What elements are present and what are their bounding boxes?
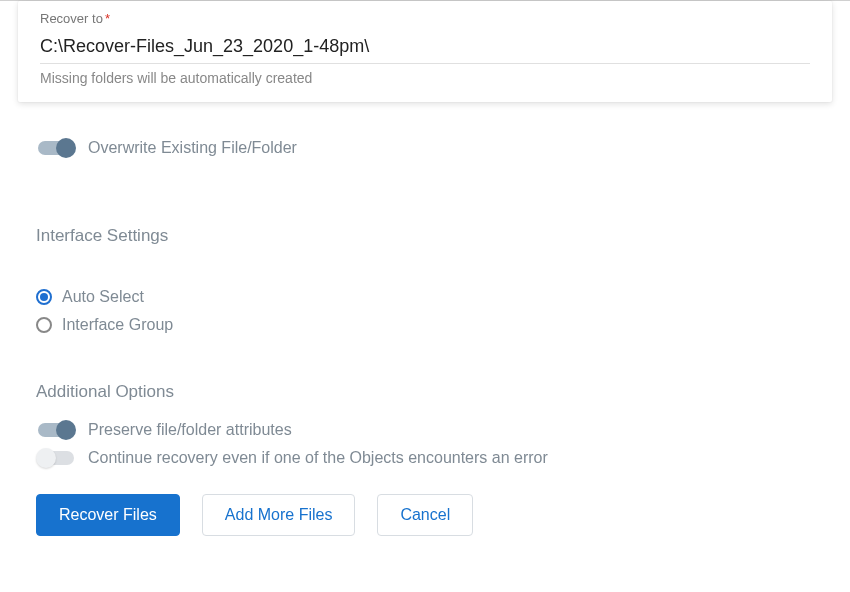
additional-options-title: Additional Options [36, 382, 814, 402]
continue-on-error-label: Continue recovery even if one of the Obj… [88, 449, 548, 467]
preserve-attributes-toggle[interactable] [36, 420, 76, 440]
continue-on-error-row: Continue recovery even if one of the Obj… [36, 448, 814, 468]
radio-icon [36, 317, 52, 333]
cancel-button[interactable]: Cancel [377, 494, 473, 536]
radio-auto-select[interactable]: Auto Select [36, 288, 814, 306]
action-button-row: Recover Files Add More Files Cancel [0, 494, 850, 536]
recover-files-button[interactable]: Recover Files [36, 494, 180, 536]
preserve-attributes-label: Preserve file/folder attributes [88, 421, 292, 439]
recover-to-input[interactable]: C:\Recover-Files_Jun_23_2020_1-48pm\ [40, 32, 810, 64]
recover-to-label: Recover to* [40, 11, 810, 26]
recover-to-card: Recover to* C:\Recover-Files_Jun_23_2020… [18, 1, 832, 102]
add-more-files-button[interactable]: Add More Files [202, 494, 356, 536]
radio-label-auto: Auto Select [62, 288, 144, 306]
continue-on-error-toggle[interactable] [36, 448, 76, 468]
radio-interface-group[interactable]: Interface Group [36, 316, 814, 334]
overwrite-toggle-row: Overwrite Existing File/Folder [36, 138, 814, 158]
radio-icon [36, 289, 52, 305]
overwrite-toggle[interactable] [36, 138, 76, 158]
interface-settings-title: Interface Settings [36, 226, 814, 246]
preserve-attributes-row: Preserve file/folder attributes [36, 420, 814, 440]
overwrite-label: Overwrite Existing File/Folder [88, 139, 297, 157]
required-star: * [105, 11, 110, 26]
recover-to-hint: Missing folders will be automatically cr… [40, 70, 810, 86]
radio-label-group: Interface Group [62, 316, 173, 334]
